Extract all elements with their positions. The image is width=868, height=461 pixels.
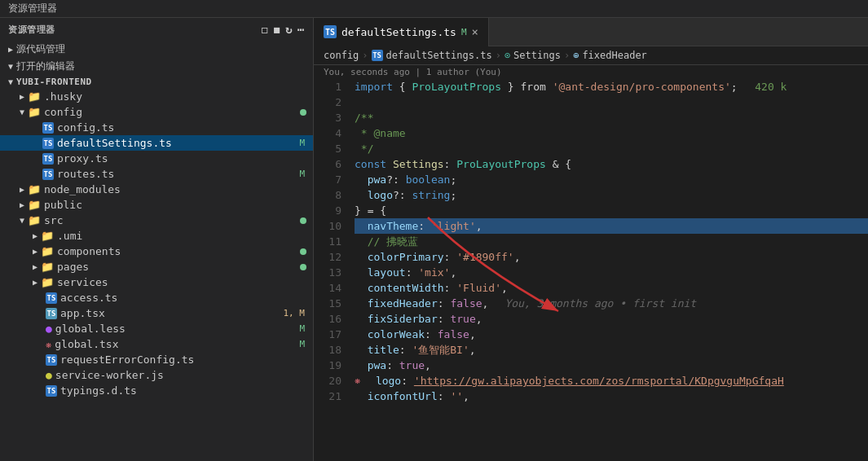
breadcrumb-sep-3: › [564, 50, 570, 61]
services-chevron-icon: ▶ [33, 278, 37, 287]
nodemodules-folder-icon: 📁 [28, 183, 41, 195]
new-file-icon[interactable]: ◻ [261, 23, 268, 36]
tree-item-proxy[interactable]: TS proxy.ts [0, 151, 313, 166]
components-chevron-icon: ▶ [33, 247, 37, 256]
code-line-17: colorWeak: false, [355, 327, 868, 342]
tree-item-husky[interactable]: ▶ 📁 .husky [0, 89, 313, 104]
public-folder-icon: 📁 [28, 199, 41, 211]
pages-chevron-icon: ▶ [33, 262, 37, 271]
components-label: components [57, 245, 121, 257]
code-line-15: fixedHeader: false,You, 3 months ago • f… [355, 296, 868, 311]
tree-item-umi[interactable]: ▶ 📁 .umi [0, 228, 313, 244]
tree-item-config[interactable]: ▼ 📁 config [0, 104, 313, 120]
global-less-badge: M [299, 323, 305, 334]
tree-item-src[interactable]: ▼ 📁 src [0, 213, 313, 228]
global-less-icon: ● [46, 323, 52, 335]
nodemodules-chevron-icon: ▶ [20, 185, 24, 194]
open-editors-label: 打开的编辑器 [16, 59, 75, 73]
tree-item-components[interactable]: ▶ 📁 components [0, 244, 313, 259]
code-line-8: logo?: string; [355, 187, 868, 203]
tab-defaultsettings[interactable]: TS defaultSettings.ts M × [314, 18, 489, 46]
src-label: src [44, 214, 63, 226]
title-bar-text: 资源管理器 [8, 2, 57, 15]
service-worker-icon: ● [46, 369, 52, 381]
code-line-7: pwa?: boolean; [355, 172, 868, 187]
new-folder-icon[interactable]: ◼ [273, 23, 280, 36]
pages-dot-badge [300, 264, 306, 270]
breadcrumb: config › TS defaultSettings.ts › ⊙ Setti… [314, 46, 868, 65]
tree-item-public[interactable]: ▶ 📁 public [0, 197, 313, 213]
tree-item-routes[interactable]: TS routes.ts M [0, 166, 313, 182]
global-tsx-icon: ❋ [46, 339, 51, 350]
tree-item-node-modules[interactable]: ▶ 📁 node_modules [0, 182, 313, 197]
components-dot-badge [300, 248, 306, 255]
refresh-icon[interactable]: ↻ [285, 23, 293, 36]
components-folder-icon: 📁 [41, 245, 54, 257]
code-line-9: } = { [355, 203, 868, 218]
tree-item-service-worker[interactable]: ● service-worker.js [0, 367, 313, 383]
tree-item-config-ts[interactable]: TS config.ts [0, 120, 313, 135]
chevron-down-icon: ▼ [8, 62, 13, 71]
app-badge: 1, M [284, 308, 306, 318]
code-line-1: import { ProLayoutProps } from '@ant-des… [355, 79, 868, 94]
tree-item-defaultsettings[interactable]: TS defaultSettings.ts M [0, 135, 313, 151]
title-bar: 资源管理器 [0, 0, 868, 18]
config-chevron-icon: ▼ [20, 108, 24, 116]
main-layout: 资源管理器 ◻ ◼ ↻ ⋯ ▶ 源代码管理 ▼ 打开的编辑器 ▼ YUBI [0, 18, 868, 461]
services-folder-icon: 📁 [41, 276, 54, 288]
typings-label: typings.d.ts [60, 384, 137, 397]
defaultsettings-badge: M [299, 138, 305, 148]
breadcrumb-settings: ⊙ [504, 50, 510, 61]
collapse-icon[interactable]: ⋯ [297, 23, 305, 36]
code-line-20: ❋ logo: 'https://gw.alipayobjects.com/zo… [355, 373, 868, 389]
access-ts-icon: TS [46, 292, 57, 304]
src-dot-badge [300, 217, 306, 224]
tree-item-app[interactable]: TS app.tsx 1, M [0, 305, 313, 321]
git-info-text: You, seconds ago | 1 author (You) [324, 67, 502, 77]
breadcrumb-settings-label: Settings [513, 50, 561, 61]
request-error-label: requestErrorConfig.ts [60, 353, 194, 366]
code-line-11: // 拂晓蓝 [355, 234, 868, 249]
code-line-2 [355, 94, 868, 110]
sidebar-section-source-control[interactable]: ▶ 源代码管理 [0, 41, 313, 58]
public-chevron-icon: ▶ [20, 200, 24, 209]
code-line-6: const Settings: ProLayoutProps & { [355, 156, 868, 172]
global-less-label: global.less [55, 323, 126, 335]
code-container[interactable]: 1 2 3 4 5 6 7 8 9 10 11 12 13 14 15 16 1 [314, 79, 868, 404]
code-line-19: pwa: true, [355, 358, 868, 373]
typings-ts-icon: TS [46, 385, 57, 397]
tab-close-button[interactable]: × [472, 25, 478, 38]
tree-item-pages[interactable]: ▶ 📁 pages [0, 259, 313, 274]
husky-chevron-icon: ▶ [20, 92, 24, 101]
chevron-right-icon: ▶ [8, 45, 13, 54]
src-folder-icon: 📁 [28, 214, 41, 226]
nodemodules-label: node_modules [44, 183, 121, 195]
tree-item-request-error[interactable]: TS requestErrorConfig.ts [0, 352, 313, 367]
global-tsx-badge: M [299, 339, 305, 349]
code-line-21: iconfontUrl: '', [355, 389, 868, 404]
sidebar-section-open-editors[interactable]: ▼ 打开的编辑器 [0, 58, 313, 75]
code-line-10: navTheme: 'light', [355, 218, 868, 234]
sidebar-section-project[interactable]: ▼ YUBI-FRONTEND [0, 75, 313, 89]
tree-item-services[interactable]: ▶ 📁 services [0, 274, 313, 290]
breadcrumb-filename: defaultSettings.ts [386, 50, 492, 61]
code-line-3: /** [355, 110, 868, 125]
git-info: You, seconds ago | 1 author (You) [314, 65, 868, 79]
config-label: config [44, 106, 82, 118]
tree-item-global-tsx[interactable]: ❋ global.tsx M [0, 336, 313, 352]
tree-item-global-less[interactable]: ● global.less M [0, 321, 313, 336]
global-tsx-label: global.tsx [55, 338, 118, 350]
code-line-18: title: '鱼智能BI', [355, 342, 868, 358]
line-numbers: 1 2 3 4 5 6 7 8 9 10 11 12 13 14 15 16 1 [314, 79, 348, 404]
routes-ts-icon: TS [42, 169, 54, 180]
config-dot-badge [300, 109, 306, 116]
access-label: access.ts [60, 292, 117, 304]
tree-item-typings[interactable]: TS typings.d.ts [0, 383, 313, 398]
code-content: import { ProLayoutProps } from '@ant-des… [348, 79, 868, 404]
routes-label: routes.ts [57, 168, 114, 180]
pages-folder-icon: 📁 [41, 261, 54, 273]
breadcrumb-fixedheader: ⊕ [573, 50, 579, 61]
tree-item-access[interactable]: TS access.ts [0, 290, 313, 305]
project-chevron-icon: ▼ [8, 77, 13, 86]
umi-chevron-icon: ▶ [33, 231, 37, 240]
